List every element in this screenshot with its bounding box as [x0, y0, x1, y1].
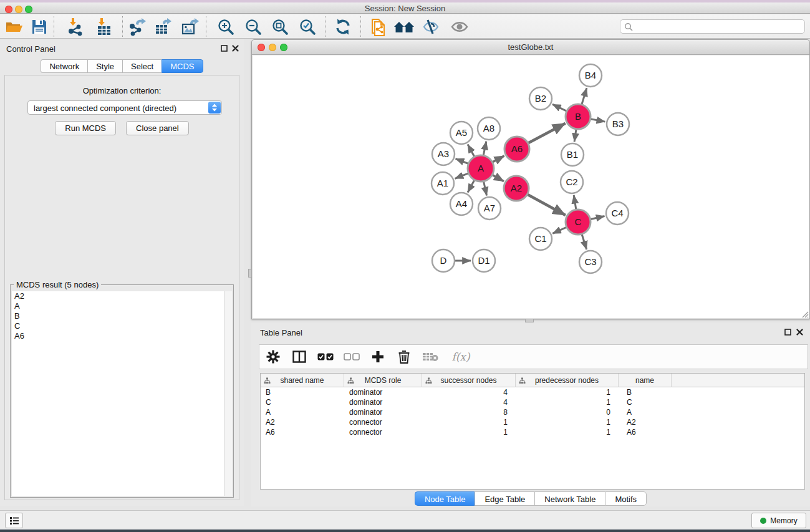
save-session-button[interactable] — [29, 17, 50, 37]
tab-motifs[interactable]: Motifs — [605, 491, 647, 506]
table-cell[interactable]: A — [261, 407, 344, 417]
mcds-result-item[interactable]: B — [12, 311, 224, 321]
table-cell[interactable]: C — [619, 397, 672, 407]
mcds-result-item[interactable]: C — [12, 321, 224, 331]
tab-style[interactable]: Style — [87, 59, 122, 73]
table-cell[interactable]: B — [261, 387, 344, 397]
delete-table-button[interactable] — [422, 348, 439, 365]
table-cell[interactable]: connector — [344, 427, 422, 437]
table-cell[interactable]: dominator — [344, 407, 422, 417]
tab-node-table[interactable]: Node Table — [415, 491, 475, 506]
show-column-button[interactable] — [291, 348, 308, 365]
network-canvas[interactable]: B4B2BB3A5A8A6A3B1AC2A1A2A4A7CC4C1C3DD1 — [253, 56, 809, 318]
optimization-criterion-select[interactable]: largest connected component (directed) — [27, 100, 222, 115]
table-options-button[interactable] — [264, 348, 282, 365]
network-node-D[interactable]: D — [432, 249, 455, 272]
network-node-A5[interactable]: A5 — [450, 122, 473, 144]
tab-network[interactable]: Network — [41, 59, 87, 73]
table-cell[interactable]: dominator — [344, 387, 422, 397]
network-node-A8[interactable]: A8 — [478, 117, 500, 140]
network-node-C2[interactable]: C2 — [561, 171, 583, 193]
table-row[interactable]: Cdominator41C — [261, 397, 804, 407]
network-vertical-scroll-thumb[interactable] — [248, 269, 252, 278]
table-cell[interactable]: A6 — [619, 427, 672, 437]
home-layout-button[interactable] — [393, 17, 415, 37]
column-header-shared-name[interactable]: shared name — [261, 374, 344, 387]
column-header-predecessor-nodes[interactable]: predecessor nodes — [516, 374, 619, 387]
function-builder-button[interactable]: f(x) — [448, 348, 474, 365]
hide-graphics-details-button[interactable] — [420, 17, 441, 37]
network-node-B1[interactable]: B1 — [561, 143, 584, 166]
memory-button[interactable]: Memory — [751, 513, 806, 528]
table-cell[interactable]: 1 — [516, 417, 619, 427]
table-row[interactable]: A6connector11A6 — [261, 427, 804, 437]
table-cell[interactable]: dominator — [344, 397, 422, 407]
resize-grip[interactable] — [801, 310, 809, 318]
tab-mcds[interactable]: MCDS — [162, 59, 203, 73]
export-image-button[interactable] — [180, 17, 201, 37]
table-cell[interactable]: 8 — [422, 407, 516, 417]
close-panel-icon[interactable] — [232, 45, 239, 52]
table-cell[interactable]: 1 — [422, 417, 516, 427]
mcds-result-item[interactable]: A — [12, 301, 224, 311]
table-cell[interactable]: 1 — [516, 397, 619, 407]
add-column-button[interactable] — [369, 348, 387, 365]
search-input[interactable] — [635, 21, 801, 32]
export-table-button[interactable] — [153, 17, 174, 37]
mcds-result-item[interactable]: A2 — [12, 291, 224, 301]
network-node-A1[interactable]: A1 — [432, 172, 454, 195]
network-horizontal-scroll-thumb[interactable] — [525, 319, 534, 322]
table-cell[interactable]: A — [619, 407, 672, 417]
refresh-button[interactable] — [332, 17, 354, 37]
zoom-in-button[interactable] — [215, 17, 236, 37]
import-network-button[interactable] — [65, 17, 86, 37]
network-node-B3[interactable]: B3 — [607, 113, 629, 135]
tab-edge-table[interactable]: Edge Table — [475, 491, 534, 506]
open-file-button[interactable] — [4, 17, 25, 37]
table-cell[interactable]: 4 — [422, 387, 516, 397]
table-cell[interactable]: 1 — [516, 427, 619, 437]
table-cell[interactable]: B — [619, 387, 672, 397]
network-node-C[interactable]: C — [566, 210, 591, 235]
run-mcds-button[interactable]: Run MCDS — [55, 121, 116, 135]
close-panel-button[interactable]: Close panel — [126, 121, 189, 135]
export-network-button[interactable] — [127, 17, 148, 37]
close-panel-icon[interactable] — [796, 329, 803, 336]
column-header-name[interactable]: name — [619, 374, 672, 387]
network-node-C3[interactable]: C3 — [579, 251, 602, 273]
table-cell[interactable]: A2 — [261, 417, 344, 427]
network-node-B2[interactable]: B2 — [529, 87, 552, 110]
tab-network-table[interactable]: Network Table — [534, 491, 605, 506]
zoom-fit-button[interactable] — [269, 17, 291, 37]
tab-select[interactable]: Select — [122, 59, 162, 73]
table-cell[interactable]: 4 — [422, 397, 516, 407]
network-node-A7[interactable]: A7 — [478, 197, 501, 220]
column-header-MCDS-role[interactable]: MCDS role — [344, 374, 422, 387]
table-row[interactable]: A2connector11A2 — [261, 417, 804, 427]
table-cell[interactable]: 0 — [516, 407, 619, 417]
import-table-button[interactable] — [94, 17, 115, 37]
table-cell[interactable]: 1 — [516, 387, 619, 397]
task-history-button[interactable] — [5, 513, 23, 528]
unselect-all-columns-button[interactable] — [343, 348, 360, 365]
table-cell[interactable]: A2 — [619, 417, 672, 427]
network-node-A[interactable]: A — [468, 155, 494, 181]
network-node-C1[interactable]: C1 — [529, 228, 552, 250]
network-node-A2[interactable]: A2 — [504, 176, 529, 201]
table-row[interactable]: Adominator80A — [261, 407, 804, 417]
network-node-B4[interactable]: B4 — [579, 64, 602, 87]
column-header-successor-nodes[interactable]: successor nodes — [422, 374, 516, 387]
table-cell[interactable]: C — [261, 397, 344, 407]
table-row[interactable]: Bdominator41B — [261, 387, 804, 397]
network-window-titlebar[interactable]: testGlobe.txt — [252, 40, 809, 55]
show-graphics-details-button[interactable] — [449, 17, 470, 37]
float-panel-icon[interactable] — [784, 329, 791, 336]
network-node-A4[interactable]: A4 — [450, 193, 473, 215]
select-all-columns-button[interactable] — [317, 348, 334, 365]
table-cell[interactable]: connector — [344, 417, 422, 427]
network-node-C4[interactable]: C4 — [606, 202, 629, 225]
network-node-D1[interactable]: D1 — [473, 249, 495, 272]
mcds-result-list[interactable]: A2ABCA6 — [12, 291, 224, 496]
new-network-from-file-button[interactable] — [369, 17, 390, 37]
delete-column-button[interactable] — [395, 348, 413, 365]
